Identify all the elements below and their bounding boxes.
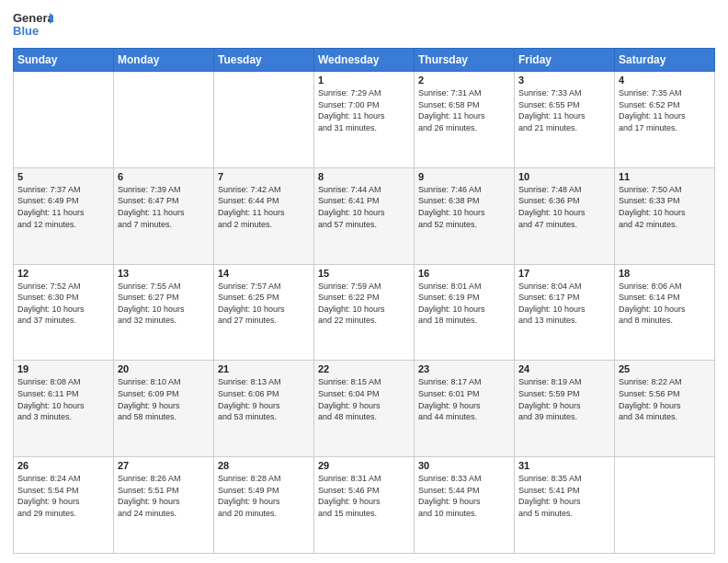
day-number: 28 [218, 460, 310, 471]
day-info: Sunrise: 7:42 AM Sunset: 6:44 PM Dayligh… [218, 184, 310, 230]
day-number: 8 [318, 171, 410, 182]
weekday-header-tuesday: Tuesday [214, 49, 314, 72]
day-number: 7 [218, 171, 310, 182]
calendar-week-0: 1Sunrise: 7:29 AM Sunset: 7:00 PM Daylig… [14, 72, 715, 168]
day-number: 3 [518, 75, 610, 86]
day-info: Sunrise: 7:48 AM Sunset: 6:36 PM Dayligh… [518, 184, 610, 230]
calendar-cell: 5Sunrise: 7:37 AM Sunset: 6:49 PM Daylig… [14, 167, 114, 264]
day-info: Sunrise: 7:44 AM Sunset: 6:41 PM Dayligh… [318, 184, 410, 230]
day-number: 21 [218, 363, 310, 374]
day-info: Sunrise: 7:37 AM Sunset: 6:49 PM Dayligh… [17, 184, 109, 230]
calendar-cell: 24Sunrise: 8:19 AM Sunset: 5:59 PM Dayli… [515, 361, 615, 457]
calendar-cell [14, 72, 114, 168]
calendar-cell: 27Sunrise: 8:26 AM Sunset: 5:51 PM Dayli… [114, 457, 214, 554]
calendar-cell: 18Sunrise: 8:06 AM Sunset: 6:14 PM Dayli… [615, 264, 715, 361]
day-number: 5 [17, 171, 109, 182]
day-info: Sunrise: 8:24 AM Sunset: 5:54 PM Dayligh… [17, 473, 109, 519]
calendar-cell: 28Sunrise: 8:28 AM Sunset: 5:49 PM Dayli… [214, 457, 314, 554]
weekday-row: SundayMondayTuesdayWednesdayThursdayFrid… [14, 49, 715, 72]
svg-text:General: General [13, 11, 53, 25]
logo: General Blue [13, 9, 53, 42]
day-number: 30 [418, 460, 510, 471]
day-info: Sunrise: 7:52 AM Sunset: 6:30 PM Dayligh… [17, 281, 109, 327]
calendar-cell [214, 72, 314, 168]
calendar-cell: 9Sunrise: 7:46 AM Sunset: 6:38 PM Daylig… [415, 167, 515, 264]
calendar-cell: 22Sunrise: 8:15 AM Sunset: 6:04 PM Dayli… [314, 361, 415, 457]
day-info: Sunrise: 8:31 AM Sunset: 5:46 PM Dayligh… [318, 473, 410, 519]
calendar-cell: 1Sunrise: 7:29 AM Sunset: 7:00 PM Daylig… [314, 72, 415, 168]
day-number: 15 [318, 268, 410, 279]
calendar-cell: 13Sunrise: 7:55 AM Sunset: 6:27 PM Dayli… [114, 264, 214, 361]
logo-svg: General Blue [13, 9, 53, 42]
day-info: Sunrise: 8:15 AM Sunset: 6:04 PM Dayligh… [318, 376, 410, 422]
weekday-header-thursday: Thursday [415, 49, 515, 72]
calendar-week-4: 26Sunrise: 8:24 AM Sunset: 5:54 PM Dayli… [14, 457, 715, 554]
weekday-header-friday: Friday [515, 49, 615, 72]
day-info: Sunrise: 8:22 AM Sunset: 5:56 PM Dayligh… [619, 376, 711, 422]
calendar-cell: 29Sunrise: 8:31 AM Sunset: 5:46 PM Dayli… [314, 457, 415, 554]
calendar-cell [615, 457, 715, 554]
calendar-header: SundayMondayTuesdayWednesdayThursdayFrid… [14, 49, 715, 72]
day-number: 29 [318, 460, 410, 471]
day-number: 6 [118, 171, 210, 182]
page: General Blue SundayMondayTuesdayWednesda… [0, 0, 728, 563]
day-number: 13 [118, 268, 210, 279]
day-number: 14 [218, 268, 310, 279]
calendar-cell: 15Sunrise: 7:59 AM Sunset: 6:22 PM Dayli… [314, 264, 415, 361]
day-info: Sunrise: 7:35 AM Sunset: 6:52 PM Dayligh… [619, 87, 711, 133]
day-number: 25 [619, 363, 711, 374]
calendar-cell: 6Sunrise: 7:39 AM Sunset: 6:47 PM Daylig… [114, 167, 214, 264]
day-number: 19 [17, 363, 109, 374]
calendar-cell: 17Sunrise: 8:04 AM Sunset: 6:17 PM Dayli… [515, 264, 615, 361]
day-number: 26 [17, 460, 109, 471]
calendar-cell: 11Sunrise: 7:50 AM Sunset: 6:33 PM Dayli… [615, 167, 715, 264]
calendar-cell: 14Sunrise: 7:57 AM Sunset: 6:25 PM Dayli… [214, 264, 314, 361]
day-info: Sunrise: 7:55 AM Sunset: 6:27 PM Dayligh… [118, 281, 210, 327]
calendar-week-3: 19Sunrise: 8:08 AM Sunset: 6:11 PM Dayli… [14, 361, 715, 457]
day-number: 22 [318, 363, 410, 374]
day-number: 11 [619, 171, 711, 182]
day-info: Sunrise: 8:28 AM Sunset: 5:49 PM Dayligh… [218, 473, 310, 519]
day-info: Sunrise: 8:10 AM Sunset: 6:09 PM Dayligh… [118, 376, 210, 422]
weekday-header-sunday: Sunday [14, 49, 114, 72]
day-info: Sunrise: 8:35 AM Sunset: 5:41 PM Dayligh… [518, 473, 610, 519]
day-info: Sunrise: 8:06 AM Sunset: 6:14 PM Dayligh… [619, 281, 711, 327]
calendar-cell: 4Sunrise: 7:35 AM Sunset: 6:52 PM Daylig… [615, 72, 715, 168]
day-number: 27 [118, 460, 210, 471]
day-number: 16 [418, 268, 510, 279]
day-info: Sunrise: 7:33 AM Sunset: 6:55 PM Dayligh… [518, 87, 610, 133]
calendar-cell: 8Sunrise: 7:44 AM Sunset: 6:41 PM Daylig… [314, 167, 415, 264]
calendar-cell: 23Sunrise: 8:17 AM Sunset: 6:01 PM Dayli… [415, 361, 515, 457]
day-number: 20 [118, 363, 210, 374]
day-number: 17 [518, 268, 610, 279]
header: General Blue [13, 9, 715, 42]
day-number: 1 [318, 75, 410, 86]
calendar-cell: 21Sunrise: 8:13 AM Sunset: 6:06 PM Dayli… [214, 361, 314, 457]
day-info: Sunrise: 8:17 AM Sunset: 6:01 PM Dayligh… [418, 376, 510, 422]
day-info: Sunrise: 7:57 AM Sunset: 6:25 PM Dayligh… [218, 281, 310, 327]
day-info: Sunrise: 8:13 AM Sunset: 6:06 PM Dayligh… [218, 376, 310, 422]
day-info: Sunrise: 8:08 AM Sunset: 6:11 PM Dayligh… [17, 376, 109, 422]
calendar-cell: 12Sunrise: 7:52 AM Sunset: 6:30 PM Dayli… [14, 264, 114, 361]
weekday-header-saturday: Saturday [615, 49, 715, 72]
day-number: 31 [518, 460, 610, 471]
calendar-cell: 2Sunrise: 7:31 AM Sunset: 6:58 PM Daylig… [415, 72, 515, 168]
calendar-week-2: 12Sunrise: 7:52 AM Sunset: 6:30 PM Dayli… [14, 264, 715, 361]
day-info: Sunrise: 7:31 AM Sunset: 6:58 PM Dayligh… [418, 87, 510, 133]
day-info: Sunrise: 8:01 AM Sunset: 6:19 PM Dayligh… [418, 281, 510, 327]
day-number: 10 [518, 171, 610, 182]
calendar-cell: 7Sunrise: 7:42 AM Sunset: 6:44 PM Daylig… [214, 167, 314, 264]
calendar-body: 1Sunrise: 7:29 AM Sunset: 7:00 PM Daylig… [14, 72, 715, 554]
calendar-cell: 31Sunrise: 8:35 AM Sunset: 5:41 PM Dayli… [515, 457, 615, 554]
day-info: Sunrise: 8:04 AM Sunset: 6:17 PM Dayligh… [518, 281, 610, 327]
calendar-week-1: 5Sunrise: 7:37 AM Sunset: 6:49 PM Daylig… [14, 167, 715, 264]
day-info: Sunrise: 7:29 AM Sunset: 7:00 PM Dayligh… [318, 87, 410, 133]
calendar-cell: 20Sunrise: 8:10 AM Sunset: 6:09 PM Dayli… [114, 361, 214, 457]
day-info: Sunrise: 8:19 AM Sunset: 5:59 PM Dayligh… [518, 376, 610, 422]
day-number: 12 [17, 268, 109, 279]
calendar-cell: 25Sunrise: 8:22 AM Sunset: 5:56 PM Dayli… [615, 361, 715, 457]
calendar-cell: 26Sunrise: 8:24 AM Sunset: 5:54 PM Dayli… [14, 457, 114, 554]
calendar-cell: 30Sunrise: 8:33 AM Sunset: 5:44 PM Dayli… [415, 457, 515, 554]
calendar-cell: 19Sunrise: 8:08 AM Sunset: 6:11 PM Dayli… [14, 361, 114, 457]
day-number: 9 [418, 171, 510, 182]
